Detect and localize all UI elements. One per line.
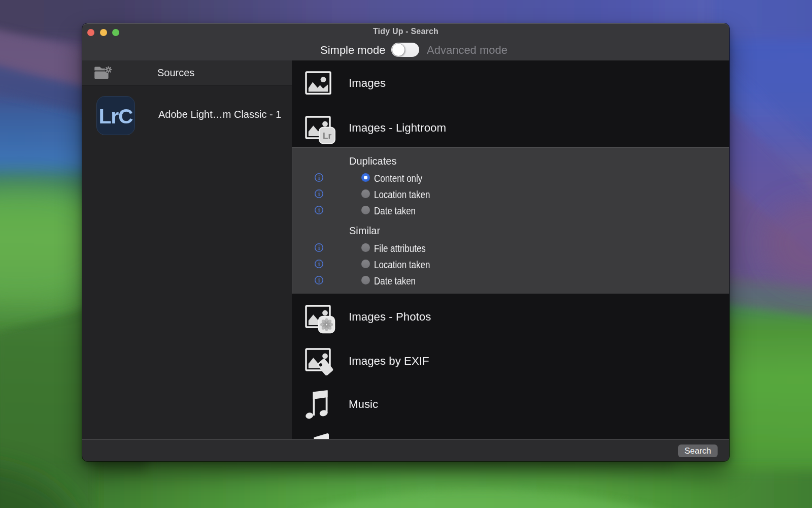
svg-text:Lr: Lr (323, 131, 331, 141)
svg-text:i: i (318, 245, 320, 251)
svg-text:i: i (318, 207, 320, 214)
svg-text:i: i (318, 191, 320, 198)
svg-text:i: i (318, 277, 320, 284)
svg-text:i: i (318, 175, 320, 181)
svg-text:i: i (318, 261, 320, 268)
